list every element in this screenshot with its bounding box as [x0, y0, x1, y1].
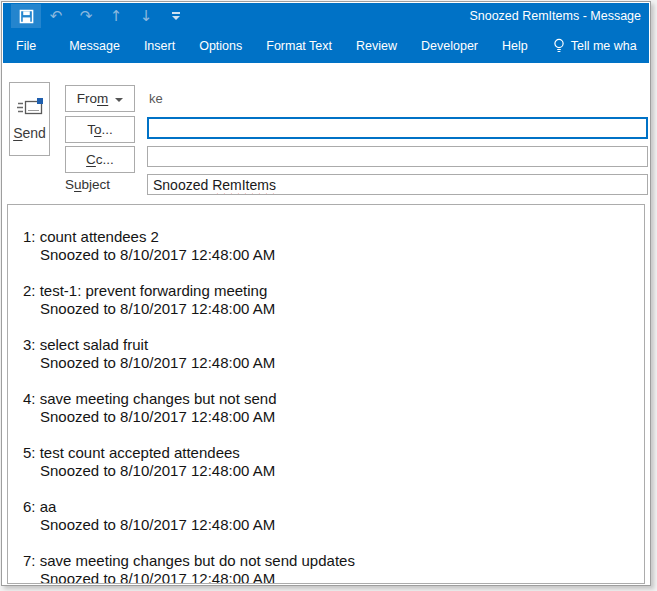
tab-options[interactable]: Options — [199, 39, 242, 53]
item-title: 4: save meeting changes but not send — [23, 390, 634, 408]
to-button[interactable]: To... — [65, 116, 135, 143]
chevron-down-icon — [115, 98, 123, 102]
send-button[interactable]: Send — [9, 82, 50, 156]
item-title: 2: test-1: prevent forwarding meeting — [23, 282, 634, 300]
item-title: 3: select salad fruit — [23, 336, 634, 354]
send-envelope-icon — [15, 97, 45, 118]
item-snooze-time: Snoozed to 8/10/2017 12:48:00 AM — [23, 462, 634, 480]
item-title: 7: save meeting changes but do not send … — [23, 552, 634, 570]
window-title: Snoozed RemItems - Message — [469, 3, 641, 29]
cc-input[interactable] — [147, 146, 648, 167]
tab-developer[interactable]: Developer — [421, 39, 478, 53]
item-title: 1: count attendees 2 — [23, 228, 634, 246]
item-snooze-time: Snoozed to 8/10/2017 12:48:00 AM — [23, 300, 634, 318]
item-snooze-time: Snoozed to 8/10/2017 12:48:00 AM — [23, 570, 634, 584]
item-snooze-time: Snoozed to 8/10/2017 12:48:00 AM — [23, 246, 634, 264]
cc-button[interactable]: Cc... — [65, 146, 135, 173]
move-up-icon[interactable]: ↑ — [101, 4, 131, 28]
window-header: ↶ ↷ ↑ ↓ Snoozed RemItems - Message FileM… — [3, 3, 649, 63]
tab-format-text[interactable]: Format Text — [266, 39, 332, 53]
lightbulb-icon — [553, 38, 565, 54]
snoozed-item: 2: test-1: prevent forwarding meetingSno… — [23, 282, 634, 318]
redo-icon[interactable]: ↷ — [71, 4, 101, 28]
from-account-value: ke — [149, 85, 163, 112]
tab-message[interactable]: Message — [69, 39, 120, 53]
item-title: 6: aa — [23, 498, 634, 516]
undo-icon[interactable]: ↶ — [41, 4, 71, 28]
tab-help[interactable]: Help — [502, 39, 528, 53]
item-snooze-time: Snoozed to 8/10/2017 12:48:00 AM — [23, 354, 634, 372]
from-button-label: From — [77, 91, 109, 106]
snoozed-item: 7: save meeting changes but do not send … — [23, 552, 634, 584]
ribbon-tab-list: FileMessageInsertOptionsFormat TextRevie… — [16, 39, 528, 53]
send-button-label: Send — [13, 125, 46, 141]
customize-quick-access-toolbar-icon[interactable] — [161, 4, 191, 28]
tab-file[interactable]: File — [16, 39, 36, 53]
ribbon-tabs-row: FileMessageInsertOptionsFormat TextRevie… — [3, 29, 649, 63]
item-title: 5: test count accepted attendees — [23, 444, 634, 462]
snoozed-item: 4: save meeting changes but not sendSnoo… — [23, 390, 634, 426]
move-down-icon[interactable]: ↓ — [131, 4, 161, 28]
item-snooze-time: Snoozed to 8/10/2017 12:48:00 AM — [23, 408, 634, 426]
snoozed-item: 6: aaSnoozed to 8/10/2017 12:48:00 AM — [23, 498, 634, 534]
quick-access-toolbar: ↶ ↷ ↑ ↓ — [11, 3, 191, 29]
message-body[interactable]: 1: count attendees 2Snoozed to 8/10/2017… — [7, 204, 645, 584]
cc-button-label: Cc... — [86, 152, 114, 167]
outlook-message-window: ↶ ↷ ↑ ↓ Snoozed RemItems - Message FileM… — [1, 1, 651, 586]
snoozed-item: 5: test count accepted attendeesSnoozed … — [23, 444, 634, 480]
tab-insert[interactable]: Insert — [144, 39, 175, 53]
from-button[interactable]: From — [65, 85, 135, 112]
subject-input[interactable]: Snoozed RemItems — [147, 174, 648, 195]
misspelled-word: RemItems — [212, 177, 276, 193]
to-input[interactable] — [147, 117, 648, 139]
tell-me-box[interactable]: Tell me wha — [553, 38, 637, 54]
snoozed-item: 3: select salad fruitSnoozed to 8/10/201… — [23, 336, 634, 372]
to-button-label: To... — [87, 122, 113, 137]
item-snooze-time: Snoozed to 8/10/2017 12:48:00 AM — [23, 516, 634, 534]
titlebar: ↶ ↷ ↑ ↓ Snoozed RemItems - Message — [3, 3, 649, 29]
subject-label: Subject — [65, 174, 110, 195]
tell-me-label: Tell me wha — [571, 39, 637, 53]
tab-review[interactable]: Review — [356, 39, 397, 53]
save-icon[interactable] — [11, 4, 41, 28]
snoozed-item: 1: count attendees 2Snoozed to 8/10/2017… — [23, 228, 634, 264]
